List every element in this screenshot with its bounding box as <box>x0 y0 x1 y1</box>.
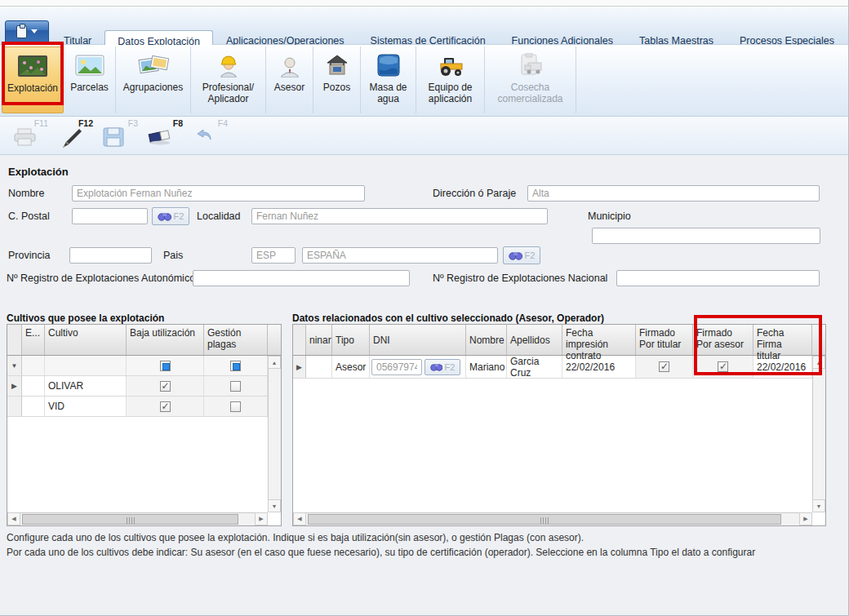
reg-nacional-input[interactable] <box>616 270 820 286</box>
scroll-down-button[interactable]: ▼ <box>268 499 281 512</box>
col-header-firmado-asesor[interactable]: Firmado Por asesor <box>693 325 753 355</box>
vertical-scrollbar[interactable]: ▲ ▼ <box>812 356 825 512</box>
municipio-input[interactable] <box>592 228 820 244</box>
quick-toolbar: F11 F12 F3 F8 F4 <box>0 117 848 155</box>
save-icon <box>103 127 124 150</box>
gestion-plagas-checkbox[interactable] <box>230 401 241 412</box>
section-title: Explotación <box>8 166 69 178</box>
scroll-up-button[interactable]: ▲ <box>812 356 825 369</box>
col-header-nombre[interactable]: Nombre <box>466 325 507 355</box>
row-indicator-header <box>7 325 22 355</box>
provincia-input[interactable] <box>69 247 152 264</box>
filter-row: ▼ <box>7 356 281 376</box>
dni-input[interactable] <box>371 359 422 375</box>
cpostal-lookup-button[interactable]: F2 <box>152 207 189 225</box>
ribbon-button-profesional-aplicador[interactable]: Profesional/ Aplicador <box>191 47 266 113</box>
undo-icon <box>193 127 214 148</box>
dni-cell: F2 <box>370 356 466 378</box>
harvest-truck-icon <box>517 52 545 78</box>
gestion-plagas-filter-checkbox[interactable] <box>230 361 241 371</box>
row-indicator-header <box>293 325 306 355</box>
firmado-titular-checkbox[interactable] <box>659 361 669 372</box>
apellidos-cell[interactable]: Garcia Cruz <box>507 356 562 378</box>
scroll-left-button[interactable]: ◀ <box>293 512 306 525</box>
eraser-icon <box>148 127 172 148</box>
landscape-photo-icon <box>75 52 104 78</box>
ribbon-button-cosecha-comercializada: Cosecha comercializada <box>485 47 576 113</box>
cpostal-input[interactable] <box>72 208 148 224</box>
ribbon-button-equipo-aplicacion[interactable]: Equipo de aplicación <box>416 47 485 113</box>
direccion-input[interactable] <box>527 185 820 202</box>
table-row[interactable]: ▶ Asesor F2 Mariano Garcia Cruz 22/02/20… <box>293 356 825 379</box>
clipboard-icon <box>16 25 27 38</box>
vertical-scrollbar[interactable]: ▲ ▼ <box>268 356 281 512</box>
horizontal-scrollbar[interactable]: ◀ ▶ <box>293 512 812 525</box>
ribbon-button-explotacion[interactable]: Explotación <box>2 47 64 113</box>
ribbon-button-pozos[interactable]: Pozos <box>313 47 361 113</box>
nombre-label: Nombre <box>8 185 44 202</box>
scroll-up-button[interactable]: ▲ <box>268 356 281 369</box>
col-header-fecha-impresion[interactable]: Fecha impresión contrato <box>562 325 636 355</box>
selected-row-arrow-icon: ▶ <box>293 356 306 378</box>
cultivo-cell[interactable]: OLIVAR <box>45 376 127 396</box>
baja-utilizacion-checkbox[interactable] <box>160 381 171 392</box>
scroll-right-button[interactable]: ▶ <box>799 512 812 525</box>
scrollbar-thumb[interactable] <box>308 514 781 525</box>
firmado-asesor-checkbox[interactable] <box>718 361 728 372</box>
col-header-eliminar[interactable]: ninar <box>306 325 332 355</box>
ribbon: Explotación Parcelas Agrupaciones Profes… <box>0 45 848 117</box>
col-header-apellidos[interactable]: Apellidos <box>507 325 562 355</box>
photo-stack-icon <box>138 52 169 78</box>
app-menu-button[interactable] <box>5 20 49 42</box>
col-header-fecha-firma[interactable]: Fecha Firma titular <box>753 325 812 355</box>
reg-autonomico-input[interactable] <box>193 270 410 286</box>
scrollbar-thumb[interactable] <box>22 514 238 525</box>
municipio-label: Municipio <box>588 208 631 224</box>
pais-lookup-button[interactable]: F2 <box>503 246 540 264</box>
edit-button[interactable]: F12 <box>51 117 96 153</box>
fecha-firma-cell[interactable]: 22/02/2016 <box>753 356 812 378</box>
table-row[interactable]: ▶ OLIVAR <box>7 376 281 397</box>
cultivo-cell[interactable]: VID <box>45 397 127 416</box>
cultivos-table-title: Cultivos que posee la explotación <box>7 312 164 324</box>
col-header-dni[interactable]: DNI <box>370 325 466 355</box>
printer-icon <box>13 127 38 150</box>
baja-utilizacion-checkbox[interactable] <box>160 401 171 412</box>
ribbon-button-parcelas[interactable]: Parcelas <box>64 47 116 113</box>
table-row[interactable]: VID <box>7 397 281 417</box>
ribbon-button-masa-de-agua[interactable]: Masa de agua <box>361 47 416 113</box>
gestion-plagas-checkbox[interactable] <box>230 381 241 392</box>
save-button: F3 <box>96 117 141 153</box>
undo-button: F4 <box>186 117 231 153</box>
scroll-down-button[interactable]: ▼ <box>812 499 825 512</box>
col-header-tipo[interactable]: Tipo <box>332 325 370 355</box>
col-header-baja-utilizacion[interactable]: Baja utilización <box>127 325 204 355</box>
cultivos-table: E... Cultivo Baja utilización Gestión pl… <box>7 324 282 526</box>
dni-lookup-button[interactable]: F2 <box>424 359 460 375</box>
pais-name-input[interactable] <box>302 247 498 264</box>
localidad-input[interactable] <box>251 208 548 224</box>
col-header-e[interactable]: E... <box>22 325 45 355</box>
baja-utilizacion-filter-checkbox[interactable] <box>160 361 171 371</box>
delete-button[interactable]: F8 <box>141 117 186 153</box>
col-header-firmado-titular[interactable]: Firmado Por titular <box>636 325 693 355</box>
pen-icon <box>58 127 82 152</box>
scroll-left-button[interactable]: ◀ <box>7 512 20 525</box>
col-header-cultivo[interactable]: Cultivo <box>45 325 127 355</box>
pais-code-input[interactable] <box>251 247 296 264</box>
nombre-input[interactable] <box>72 185 365 202</box>
fecha-impresion-cell[interactable]: 22/02/2016 <box>562 356 636 378</box>
well-icon <box>325 52 349 78</box>
print-button: F11 <box>7 117 51 153</box>
tipo-cell[interactable]: Asesor <box>332 356 370 378</box>
nombre-cell[interactable]: Mariano <box>466 356 507 378</box>
ribbon-button-agrupaciones[interactable]: Agrupaciones <box>116 47 191 113</box>
localidad-label: Localidad <box>197 208 241 224</box>
scroll-right-button[interactable]: ▶ <box>255 512 268 525</box>
worker-helmet-icon <box>216 52 241 78</box>
col-header-gestion-plagas[interactable]: Gestión plagas <box>204 325 268 355</box>
horizontal-scrollbar[interactable]: ◀ ▶ <box>7 512 268 525</box>
filter-row-icon: ▼ <box>7 356 22 375</box>
selected-row-arrow-icon: ▶ <box>7 376 22 396</box>
ribbon-button-asesor[interactable]: Asesor <box>266 47 313 113</box>
